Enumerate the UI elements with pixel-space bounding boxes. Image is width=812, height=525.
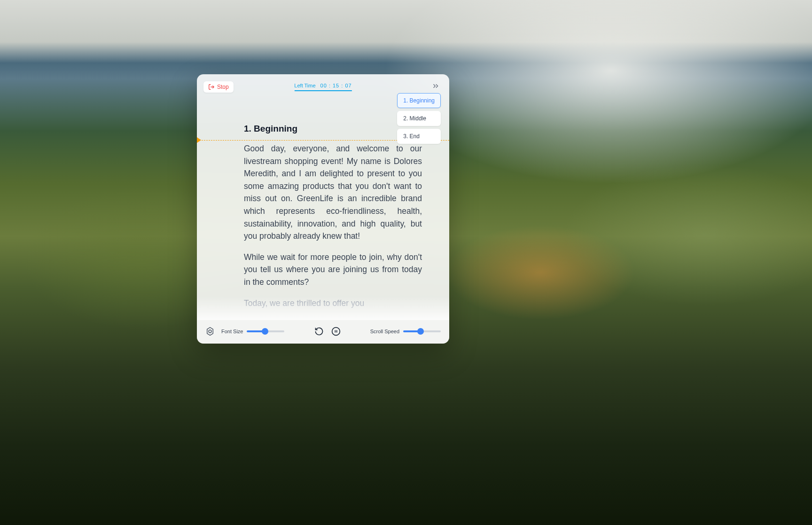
nav-item-beginning[interactable]: 1. Beginning: [397, 93, 441, 108]
font-size-slider[interactable]: [247, 330, 284, 332]
restart-button[interactable]: [313, 326, 325, 337]
expand-button[interactable]: [430, 81, 441, 93]
pause-icon: [331, 327, 341, 336]
teleprompter-panel: Stop Left Time 00 : 15 : 07 1. Beginning…: [197, 74, 449, 344]
scroll-speed-slider[interactable]: [403, 330, 441, 332]
position-marker-icon: [197, 137, 201, 143]
panel-header: Stop Left Time 00 : 15 : 07 1. Beginning…: [197, 74, 449, 96]
section-nav: 1. Beginning 2. Middle 3. End: [397, 93, 441, 144]
pause-button[interactable]: [330, 326, 342, 337]
panel-footer: Font Size Scroll Speed: [197, 320, 449, 344]
time-label: Left Time: [294, 83, 315, 88]
script-section-title: 1. Beginning: [244, 124, 422, 134]
time-badge: Left Time 00 : 15 : 07: [294, 83, 351, 91]
chevron-double-right-icon: [431, 82, 440, 90]
gear-icon: [205, 327, 215, 336]
scroll-speed-label: Scroll Speed: [370, 329, 399, 334]
svg-point-3: [332, 328, 340, 336]
script-paragraph: Today, we are thrilled to offer you: [244, 297, 422, 310]
restart-icon: [314, 327, 324, 336]
script-paragraph: While we wait for more people to join, w…: [244, 251, 422, 289]
font-size-control: Font Size: [221, 329, 284, 334]
exit-icon: [208, 84, 215, 90]
settings-button[interactable]: [204, 326, 216, 337]
font-size-label: Font Size: [221, 329, 243, 334]
time-value: 00 : 15 : 07: [320, 83, 352, 88]
script-paragraph: Good day, everyone, and welcome to our l…: [244, 142, 422, 243]
scroll-speed-control: Scroll Speed: [370, 329, 441, 334]
svg-point-2: [209, 330, 211, 333]
svg-marker-1: [207, 328, 213, 336]
nav-item-middle[interactable]: 2. Middle: [397, 111, 441, 126]
playback-controls: [313, 326, 342, 337]
nav-item-end[interactable]: 3. End: [397, 129, 441, 144]
stop-button[interactable]: Stop: [203, 81, 234, 93]
stop-button-label: Stop: [217, 84, 229, 90]
